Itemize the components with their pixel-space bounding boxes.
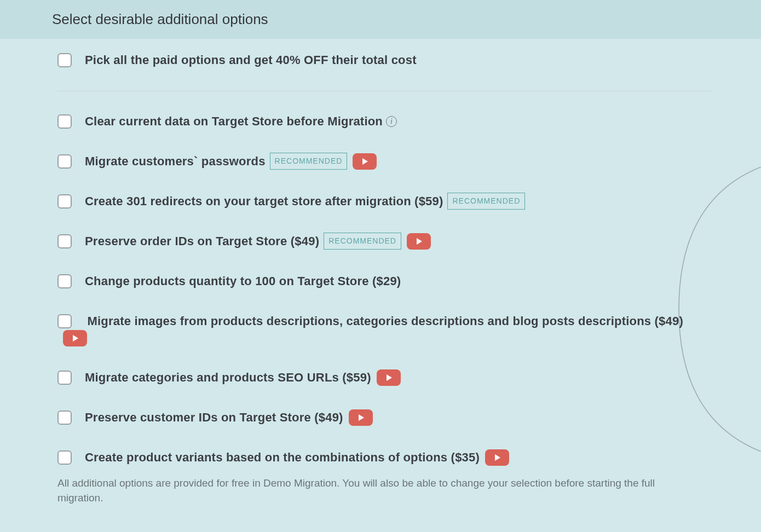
play-icon [72,335,78,342]
checkbox-preserve-customer-ids[interactable] [57,410,72,425]
play-icon [494,454,500,461]
video-play-button[interactable] [349,409,373,426]
option-change-quantity: Change products quantity to 100 on Targe… [57,272,712,290]
checkbox-product-variants[interactable] [57,450,72,465]
option-label: Migrate customers` passwords [85,152,266,170]
option-label: Preserve customer IDs on Target Store ($… [85,408,343,426]
option-label: Change products quantity to 100 on Targe… [85,272,401,290]
recommended-badge: RECOMMENDED [324,233,401,250]
option-label: Migrate categories and products SEO URLs… [85,368,371,386]
panel-body: Pick all the paid options and get 40% OF… [0,39,761,512]
option-label: Create product variants based on the com… [85,448,480,466]
option-label: Clear current data on Target Store befor… [85,112,383,130]
option-label: Preserve order IDs on Target Store ($49) [85,232,319,250]
option-301-redirects: Create 301 redirects on your target stor… [57,192,712,210]
checkbox-301-redirects[interactable] [57,194,72,209]
svg-marker-1 [417,238,422,245]
option-preserve-order-ids: Preserve order IDs on Target Store ($49)… [57,232,712,250]
divider [57,91,712,91]
svg-marker-2 [73,335,78,342]
option-preserve-customer-ids: Preserve customer IDs on Target Store ($… [57,408,712,426]
option-label: Pick all the paid options and get 40% OF… [85,51,417,69]
play-icon [361,158,368,165]
svg-marker-4 [359,414,364,421]
video-play-button[interactable] [377,369,401,386]
video-play-button[interactable] [63,330,87,346]
option-migrate-passwords: Migrate customers` passwords RECOMMENDED [57,152,712,170]
panel-title: Select desirable additional options [0,0,761,39]
play-icon [385,374,392,381]
video-play-button[interactable] [485,449,509,466]
video-play-button[interactable] [407,233,431,250]
checkbox-pick-all-paid[interactable] [57,53,72,67]
option-label: Migrate images from products description… [87,314,683,328]
option-pick-all-paid: Pick all the paid options and get 40% OF… [57,51,712,69]
video-play-button[interactable] [353,153,377,170]
additional-options-panel: Select desirable additional options Pick… [0,0,761,512]
play-icon [416,238,422,245]
option-clear-data: Clear current data on Target Store befor… [57,112,712,130]
checkbox-seo-urls[interactable] [57,371,72,385]
recommended-badge: RECOMMENDED [447,193,525,210]
checkbox-clear-data[interactable] [57,114,72,129]
option-product-variants: Create product variants based on the com… [57,448,712,466]
checkbox-preserve-order-ids[interactable] [57,234,72,248]
play-icon [358,414,364,421]
recommended-badge: RECOMMENDED [270,153,348,170]
checkbox-change-quantity[interactable] [57,274,72,288]
info-icon[interactable]: i [386,116,397,127]
option-seo-urls: Migrate categories and products SEO URLs… [57,368,712,386]
svg-marker-5 [495,454,500,461]
option-migrate-images: Migrate images from products description… [57,312,712,346]
checkbox-migrate-images[interactable] [57,314,72,328]
svg-marker-0 [362,158,368,165]
option-label: Create 301 redirects on your target stor… [85,192,443,210]
footnote: All additional options are provided for … [57,476,712,505]
checkbox-migrate-passwords[interactable] [57,154,72,169]
svg-marker-3 [387,374,392,381]
